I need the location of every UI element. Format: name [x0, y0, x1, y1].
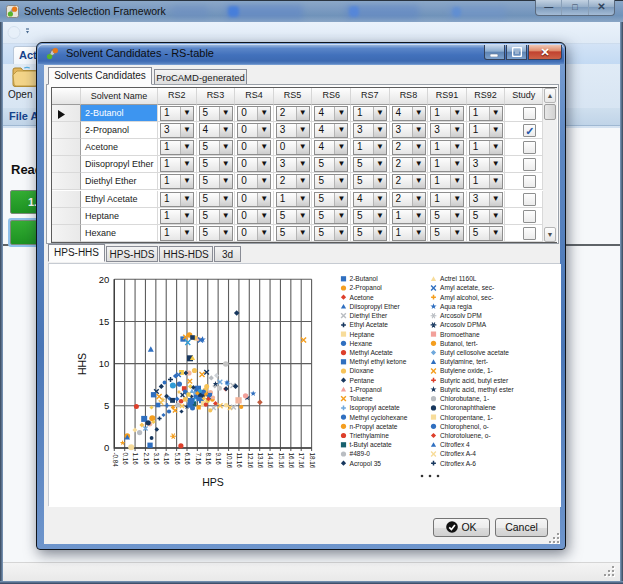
svg-text:Aqua regia: Aqua regia — [440, 303, 472, 311]
svg-text:16.16: 16.16 — [288, 453, 295, 469]
svg-text:n-Propyl acetate: n-Propyl acetate — [350, 423, 398, 431]
svg-text:12.16: 12.16 — [247, 453, 254, 469]
svg-text:Methyl Acetate: Methyl Acetate — [350, 349, 394, 357]
svg-text:t-Butyl acetate: t-Butyl acetate — [350, 441, 392, 449]
svg-text:2-Propanol: 2-Propanol — [350, 284, 383, 292]
svg-text:Dioxane: Dioxane — [350, 367, 375, 374]
svg-text:10: 10 — [99, 358, 110, 369]
svg-text:3.16: 3.16 — [153, 453, 160, 466]
svg-text:Toluene: Toluene — [350, 395, 373, 402]
svg-text:14.16: 14.16 — [267, 453, 274, 469]
svg-text:Butyl cellosolve acetate: Butyl cellosolve acetate — [440, 349, 509, 357]
svg-text:4.16: 4.16 — [163, 453, 170, 466]
svg-text:Chloronaphthalene: Chloronaphthalene — [440, 404, 496, 412]
svg-text:Hexane: Hexane — [350, 340, 373, 347]
svg-text:2-Butanol: 2-Butanol — [350, 275, 379, 282]
svg-text:11.16: 11.16 — [236, 453, 243, 469]
svg-text:Citroflex A-6: Citroflex A-6 — [440, 460, 476, 467]
svg-text:Butanol, tert-: Butanol, tert- — [440, 340, 478, 347]
svg-text:Butylene oxide, 1-: Butylene oxide, 1- — [440, 367, 493, 375]
svg-text:20: 20 — [99, 274, 110, 285]
svg-text:Pentane: Pentane — [350, 377, 375, 384]
svg-text:Arcosolv DPMA: Arcosolv DPMA — [440, 321, 487, 328]
svg-text:1-Propanol: 1-Propanol — [350, 386, 383, 394]
svg-text:Amyl alcohol, sec-: Amyl alcohol, sec- — [440, 294, 494, 302]
svg-text:18.16: 18.16 — [309, 453, 316, 469]
svg-text:7.16: 7.16 — [195, 453, 202, 466]
svg-text:Methyl cyclohexane: Methyl cyclohexane — [350, 414, 408, 422]
svg-text:#489-0: #489-0 — [350, 450, 371, 457]
svg-text:15.16: 15.16 — [278, 453, 285, 469]
svg-text:1.16: 1.16 — [132, 453, 139, 466]
svg-text:Diethyl Ether: Diethyl Ether — [350, 312, 389, 320]
svg-text:Methyl ethyl ketone: Methyl ethyl ketone — [350, 358, 407, 366]
svg-text:15: 15 — [99, 316, 110, 327]
svg-text:Chlorobutane, 1-: Chlorobutane, 1- — [440, 395, 489, 402]
svg-text:Chloropentane, 1-: Chloropentane, 1- — [440, 414, 493, 422]
svg-text:0.16: 0.16 — [122, 453, 129, 466]
svg-text:Citroflex A-4: Citroflex A-4 — [440, 450, 476, 457]
svg-text:Citroflex 4: Citroflex 4 — [440, 441, 470, 448]
svg-text:Diisopropyl Ether: Diisopropyl Ether — [350, 303, 401, 311]
svg-text:5: 5 — [104, 400, 109, 411]
svg-text:Chlorotoluene, o-: Chlorotoluene, o- — [440, 432, 491, 439]
svg-text:Bromoethane: Bromoethane — [440, 331, 480, 338]
svg-text:HPS: HPS — [202, 476, 224, 488]
svg-text:Heptane: Heptane — [350, 331, 375, 339]
svg-text:Arcosolv DPM: Arcosolv DPM — [440, 312, 482, 319]
svg-text:13.16: 13.16 — [257, 453, 264, 469]
svg-text:Amyl acetate, sec-: Amyl acetate, sec- — [440, 284, 494, 292]
svg-text:Chlorophenol, o-: Chlorophenol, o- — [440, 423, 489, 431]
svg-text:6.16: 6.16 — [184, 453, 191, 466]
svg-text:Acropol 35: Acropol 35 — [350, 460, 382, 468]
svg-text:Ethyl Acetate: Ethyl Acetate — [350, 321, 389, 329]
svg-text:Isopropyl acetate: Isopropyl acetate — [350, 404, 401, 412]
svg-text:9.16: 9.16 — [215, 453, 222, 466]
svg-text:8.16: 8.16 — [205, 453, 212, 466]
svg-text:Butyric acid, methyl ester: Butyric acid, methyl ester — [440, 386, 514, 394]
svg-text:-0.84: -0.84 — [112, 453, 119, 468]
svg-text:2.16: 2.16 — [143, 453, 150, 466]
svg-text:0: 0 — [104, 442, 109, 453]
svg-text:5.16: 5.16 — [174, 453, 181, 466]
svg-text:Butylamine, tert-: Butylamine, tert- — [440, 358, 488, 366]
svg-text:Triethylamine: Triethylamine — [350, 432, 390, 440]
svg-text:Acetone: Acetone — [350, 294, 375, 301]
svg-text:Butyric acid, butyl ester: Butyric acid, butyl ester — [440, 377, 509, 385]
svg-text:10.16: 10.16 — [226, 453, 233, 469]
svg-text:17.16: 17.16 — [298, 453, 305, 469]
svg-text:HHS: HHS — [76, 353, 88, 375]
svg-text:Actrel 1160L: Actrel 1160L — [440, 275, 477, 282]
